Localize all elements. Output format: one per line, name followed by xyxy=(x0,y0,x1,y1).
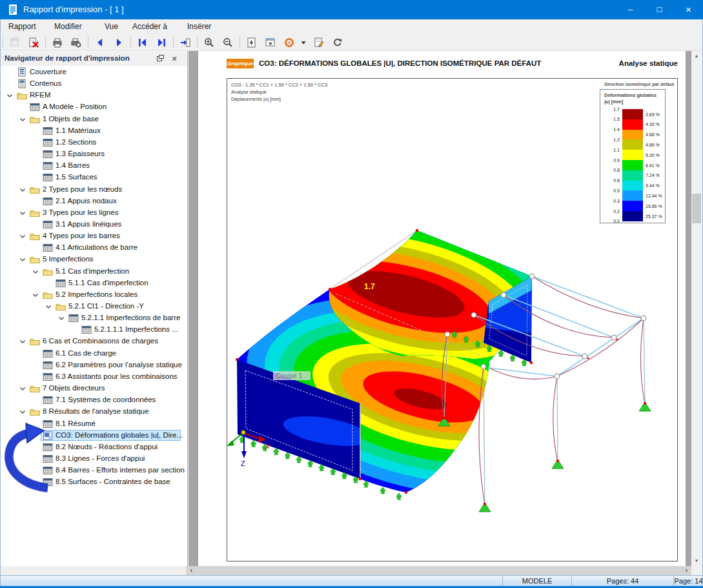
next-page-button[interactable] xyxy=(110,35,127,50)
fit-width-button[interactable] xyxy=(262,35,279,50)
vertical-scroll-thumb[interactable] xyxy=(692,194,701,223)
tree-item-label: 6.1 Cas de charge xyxy=(56,349,116,357)
app-icon xyxy=(7,4,19,15)
print-settings-button[interactable] xyxy=(68,35,85,50)
maximize-button[interactable]: □ xyxy=(645,0,674,19)
tree-item-contenus[interactable]: Contenus xyxy=(0,78,187,90)
menu-rapport[interactable]: Rapport xyxy=(3,19,42,34)
chevron-down-icon[interactable] xyxy=(17,114,28,125)
tree-item-1-objets-de-base[interactable]: 1 Objets de base xyxy=(0,114,187,125)
print-preview-button[interactable] xyxy=(6,35,23,50)
tree-item-rfem[interactable]: RFEM xyxy=(0,90,187,101)
tree-item-7-1-syst-mes-de-coordonn-es[interactable]: 7.1 Systèmes de coordonnées xyxy=(0,394,187,406)
toolbar-separator xyxy=(130,36,131,48)
table-icon xyxy=(43,137,53,148)
tree-item-5-imperfections[interactable]: 5 Imperfections xyxy=(0,254,187,265)
tree-item-3-1-appuis-lin-iques[interactable]: 3.1 Appuis linéiques xyxy=(0,219,187,230)
tree-item-2-types-pour-les-n-uds[interactable]: 2 Types pour les nœuds xyxy=(0,184,187,196)
first-page-button[interactable] xyxy=(134,35,151,50)
delete-page-button[interactable] xyxy=(25,35,42,50)
toolbar-grip[interactable] xyxy=(2,37,4,48)
tree-item-couverture[interactable]: Couverture xyxy=(0,66,187,78)
tree-item-4-types-pour-les-barres[interactable]: 4 Types pour les barres xyxy=(0,230,187,242)
tree-item-7-objets-directeurs[interactable]: 7 Objets directeurs xyxy=(0,383,187,394)
chevron-down-icon[interactable] xyxy=(17,185,28,195)
horizontal-scrollbar[interactable] xyxy=(186,566,691,575)
tree-item-label: 5.1 Cas d'imperfection xyxy=(56,267,129,275)
toolbar-separator xyxy=(239,36,240,48)
tree-item-label: 3.1 Appuis linéiques xyxy=(56,220,121,228)
chevron-down-icon[interactable] xyxy=(43,301,54,312)
chevron-down-icon[interactable] xyxy=(17,336,28,347)
tree-item-1-3-paisseurs[interactable]: 1.3 Épaisseurs xyxy=(0,148,187,160)
close-button[interactable]: × xyxy=(674,0,703,19)
chevron-down-icon[interactable] xyxy=(17,231,28,241)
minimize-button[interactable]: – xyxy=(616,0,645,19)
edit-page-button[interactable] xyxy=(311,35,327,50)
undock-icon[interactable] xyxy=(154,54,166,64)
max-value-label: 1.7 xyxy=(364,282,375,291)
tree-item-1-5-surfaces[interactable]: 1.5 Surfaces xyxy=(0,172,187,183)
refresh-button[interactable] xyxy=(329,35,346,50)
folder-icon xyxy=(56,301,66,312)
tree-item-1-1-mat-riaux[interactable]: 1.1 Matériaux xyxy=(0,125,187,137)
tree-item-6-2-param-tres-pour-l-analyse-statique[interactable]: 6.2 Paramètres pour l'analyse statique xyxy=(0,360,187,371)
previous-page-button[interactable] xyxy=(92,35,108,50)
zoom-in-button[interactable] xyxy=(201,35,218,50)
last-page-button[interactable] xyxy=(153,35,170,50)
vertical-scrollbar[interactable] xyxy=(691,51,702,566)
refresh-icon xyxy=(332,37,343,48)
tree-item-5-2-1-ci1-direction-y[interactable]: 5.2.1 CI1 - Direction -Y xyxy=(0,301,187,312)
chevron-down-icon[interactable] xyxy=(17,208,28,218)
close-panel-icon[interactable]: ✕ xyxy=(168,54,180,64)
tree-item-5-2-1-1-imperfections-de-barre[interactable]: 5.2.1.1 Imperfections de barre xyxy=(0,312,187,324)
menu-vue[interactable]: Vue xyxy=(99,19,124,34)
scroll-left-icon[interactable]: ‹ xyxy=(187,566,196,575)
chevron-down-icon[interactable] xyxy=(30,267,41,277)
scroll-down-icon[interactable]: ▼ xyxy=(691,556,702,566)
folder-icon xyxy=(30,208,40,218)
tree-item-6-1-cas-de-charge[interactable]: 6.1 Cas de charge xyxy=(0,348,187,360)
tree-item-5-1-cas-d-imperfection[interactable]: 5.1 Cas d'imperfection xyxy=(0,266,187,278)
zoom-out-button[interactable] xyxy=(219,35,236,50)
tree-item-label: 6 Cas et Combinaisons de charges xyxy=(43,337,158,345)
chevron-down-icon[interactable] xyxy=(5,90,15,101)
tree-item-4-1-articulations-de-barre[interactable]: 4.1 Articulations de barre xyxy=(0,242,187,254)
fit-page-button[interactable] xyxy=(243,35,260,50)
doc-icon xyxy=(17,67,27,77)
chevron-down-icon[interactable] xyxy=(17,254,28,265)
print-preview-icon xyxy=(10,37,20,48)
tree-item-5-2-1-1-1-imperfections[interactable]: 5.2.1.1.1 Imperfections ... xyxy=(0,324,187,336)
toolbar-separator xyxy=(173,36,174,48)
scroll-right-icon[interactable]: › xyxy=(682,566,691,575)
chevron-down-icon[interactable] xyxy=(30,290,41,300)
select-graphic-icon xyxy=(284,37,294,48)
scroll-up-icon[interactable]: ▲ xyxy=(691,51,702,61)
tree-item-label: 5.2 Imperfections locales xyxy=(56,290,138,298)
menu-acc-der-[interactable]: Accéder à xyxy=(127,19,173,34)
page-title-right: Analyse statique xyxy=(619,59,678,67)
tree-item-a-mod-le-position[interactable]: A Modèle - Position xyxy=(0,101,187,113)
report-page: Graphique CO3: DÉFORMATIONS GLOBALES |U|… xyxy=(198,51,686,566)
tree-item-5-1-1-cas-d-imperfection[interactable]: 5.1.1 Cas d'imperfection xyxy=(0,278,187,289)
select-graphic-button[interactable] xyxy=(281,35,298,50)
folder-icon xyxy=(30,231,40,241)
chevron-down-icon[interactable] xyxy=(17,383,28,394)
print-button[interactable] xyxy=(49,35,66,50)
tree-item-3-types-pour-les-lignes[interactable]: 3 Types pour les lignes xyxy=(0,207,187,219)
fit-page-icon xyxy=(247,37,257,48)
caret-down-button[interactable] xyxy=(300,35,309,50)
tree-item-1-4-barres[interactable]: 1.4 Barres xyxy=(0,160,187,172)
tree-item-1-2-sections[interactable]: 1.2 Sections xyxy=(0,137,187,148)
tree-item-label: 6.3 Assistants pour les combinaisons xyxy=(56,372,178,380)
folder-icon xyxy=(30,185,40,195)
model-3d-view: X Z Coupe 1 1.7 xyxy=(227,79,677,561)
go-to-page-button[interactable] xyxy=(177,35,194,50)
tree-item-6-cas-et-combinaisons-de-charges[interactable]: 6 Cas et Combinaisons de charges xyxy=(0,336,187,347)
menu-ins-rer[interactable]: Insérer xyxy=(181,19,217,34)
tree-item-5-2-imperfections-locales[interactable]: 5.2 Imperfections locales xyxy=(0,289,187,301)
tree-item-2-1-appuis-nodaux[interactable]: 2.1 Appuis nodaux xyxy=(0,196,187,207)
menu-modifier[interactable]: Modifier xyxy=(48,19,88,34)
chevron-down-icon[interactable] xyxy=(56,313,66,323)
tree-item-6-3-assistants-pour-les-combinaisons[interactable]: 6.3 Assistants pour les combinaisons xyxy=(0,371,187,383)
